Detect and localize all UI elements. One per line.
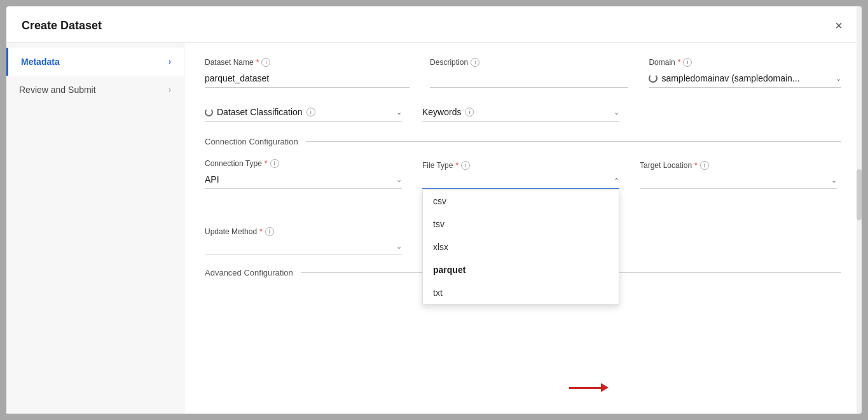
chevron-right-icon-2: ›: [169, 85, 171, 94]
file-type-select[interactable]: ⌄: [422, 172, 619, 189]
target-location-field: Target Location * i ⌄: [640, 161, 837, 189]
domain-select-value: sampledomainav (sampledomain...: [649, 73, 799, 83]
file-type-field: File Type * i ⌄ csv tsv xlsx: [422, 161, 619, 189]
dataset-name-info-icon[interactable]: i: [261, 58, 270, 67]
sidebar: Metadata › Review and Submit ›: [6, 43, 184, 414]
dataset-name-input[interactable]: [205, 69, 410, 88]
classification-select[interactable]: Dataset Classification i ⌄: [205, 103, 402, 122]
description-label: Description i: [430, 58, 628, 67]
dropdown-item-tsv[interactable]: tsv: [423, 213, 619, 235]
domain-field: Domain * i sampledomainav (sampledomain.…: [649, 58, 841, 88]
create-dataset-modal: Create Dataset × Metadata › Review and S…: [6, 6, 862, 414]
file-type-label: File Type * i: [422, 161, 619, 170]
target-location-info-icon[interactable]: i: [700, 161, 709, 170]
modal-body: Metadata › Review and Submit › Dataset N…: [6, 43, 862, 414]
required-star-update: *: [259, 227, 263, 236]
classification-refresh-icon: [205, 108, 213, 116]
connection-config-divider: Connection Configuration: [205, 137, 841, 146]
dataset-name-label: Dataset Name * i: [205, 58, 410, 67]
target-location-select[interactable]: ⌄: [640, 172, 837, 189]
classification-select-value: Dataset Classification i: [205, 107, 315, 117]
classification-chevron-icon: ⌄: [396, 108, 402, 116]
classification-info-icon[interactable]: i: [307, 108, 315, 116]
domain-select[interactable]: sampledomainav (sampledomain... ⌄: [649, 69, 841, 88]
keywords-field: Keywords i ⌄: [422, 103, 619, 122]
domain-chevron-icon: ⌄: [836, 74, 841, 83]
dropdown-item-txt[interactable]: txt: [423, 281, 619, 304]
dropdown-item-parquet[interactable]: parquet: [423, 258, 619, 281]
file-type-chevron-icon: ⌄: [614, 176, 619, 185]
arrow-head: [601, 383, 609, 392]
target-location-label: Target Location * i: [640, 161, 837, 170]
keywords-chevron-icon: ⌄: [614, 108, 619, 116]
connection-type-field: Connection Type * i API ⌄: [205, 159, 402, 189]
description-input[interactable]: [430, 69, 628, 88]
update-method-field: Update Method * i ⌄: [205, 227, 402, 255]
required-star-file: *: [455, 161, 458, 170]
refresh-icon: [649, 74, 658, 83]
classification-field: Dataset Classification i ⌄: [205, 103, 402, 122]
classification-row: Dataset Classification i ⌄ Keywords i: [205, 103, 841, 122]
main-content: Dataset Name * i Description i: [184, 43, 862, 414]
divider-line: [306, 141, 841, 142]
chevron-right-icon: ›: [169, 57, 171, 66]
scrollbar[interactable]: [857, 43, 862, 414]
file-type-dropdown: csv tsv xlsx parquet txt: [422, 189, 619, 305]
sidebar-item-review-label: Review and Submit: [19, 85, 96, 95]
dropdown-item-csv[interactable]: csv: [423, 190, 619, 213]
scrollbar-thumb: [857, 169, 862, 220]
top-form-row: Dataset Name * i Description i: [205, 58, 841, 88]
description-field: Description i: [430, 58, 628, 88]
update-method-select[interactable]: ⌄: [205, 239, 402, 255]
connection-row: Connection Type * i API ⌄ File Type *: [205, 159, 841, 189]
description-info-icon[interactable]: i: [471, 58, 479, 67]
connection-type-info-icon[interactable]: i: [270, 159, 279, 168]
keywords-select[interactable]: Keywords i ⌄: [422, 103, 619, 122]
connection-type-chevron-icon: ⌄: [396, 176, 402, 184]
required-star-domain: *: [678, 58, 681, 67]
modal-title: Create Dataset: [22, 19, 102, 32]
required-star: *: [256, 58, 259, 67]
sidebar-item-review[interactable]: Review and Submit ›: [6, 76, 184, 104]
domain-info-icon[interactable]: i: [683, 58, 692, 67]
connection-type-label: Connection Type * i: [205, 159, 402, 168]
keywords-info-icon[interactable]: i: [465, 108, 474, 116]
update-method-chevron-icon: ⌄: [396, 242, 402, 251]
sidebar-item-metadata[interactable]: Metadata ›: [6, 48, 184, 76]
domain-label: Domain * i: [649, 58, 841, 67]
file-type-info-icon[interactable]: i: [461, 161, 470, 170]
sidebar-item-metadata-label: Metadata: [21, 57, 60, 67]
keywords-select-value: Keywords i: [422, 107, 474, 117]
target-location-chevron-icon: ⌄: [831, 176, 837, 185]
red-arrow: [569, 383, 609, 392]
modal-header: Create Dataset ×: [6, 6, 862, 43]
update-method-label: Update Method * i: [205, 227, 402, 236]
required-star-conn: *: [265, 159, 268, 168]
arrow-line: [569, 387, 601, 389]
required-star-target: *: [694, 161, 698, 170]
dropdown-item-xlsx[interactable]: xlsx: [423, 235, 619, 258]
dataset-name-field: Dataset Name * i: [205, 58, 410, 88]
update-method-info-icon[interactable]: i: [265, 227, 274, 236]
close-button[interactable]: ×: [831, 18, 846, 33]
connection-type-select[interactable]: API ⌄: [205, 171, 402, 189]
